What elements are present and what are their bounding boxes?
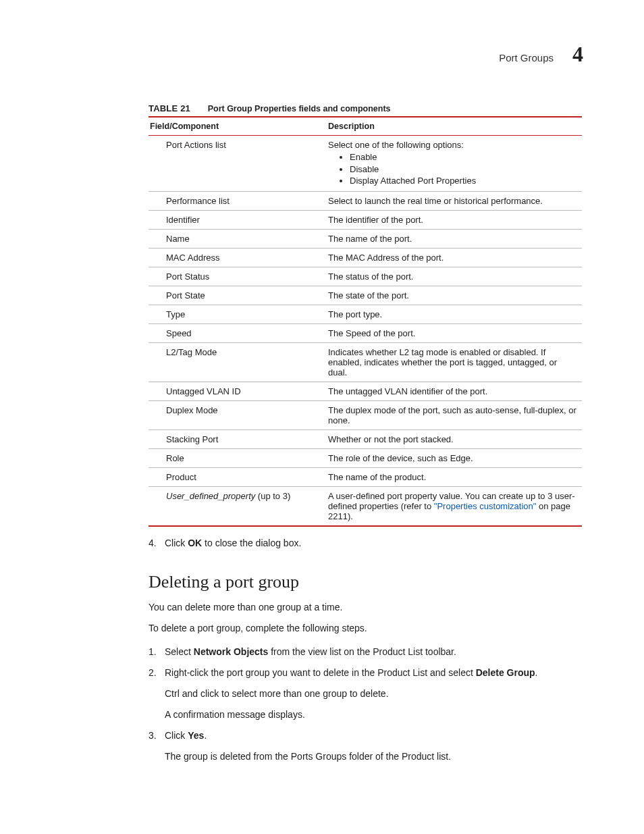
- description-cell: The identifier of the port.: [327, 210, 582, 229]
- option-item: Disable: [350, 163, 576, 176]
- table-row: SpeedThe Speed of the port.: [149, 323, 582, 342]
- table-row: User_defined_property (up to 3)A user-de…: [149, 486, 582, 526]
- table-row: RoleThe role of the device, such as Edge…: [149, 448, 582, 467]
- content-area: TABLE 21 Port Group Properties fields an…: [149, 103, 582, 764]
- table-caption: TABLE 21 Port Group Properties fields an…: [149, 103, 582, 113]
- step-body: Right-click the port group you want to d…: [165, 666, 538, 722]
- step-body: Click OK to close the dialog box.: [165, 536, 301, 550]
- description-cell: The Speed of the port.: [327, 323, 582, 342]
- description-cell: The state of the port.: [327, 286, 582, 305]
- chapter-number: 4: [572, 42, 583, 67]
- field-suffix: (up to 3): [255, 491, 290, 501]
- field-cell: User_defined_property (up to 3): [149, 486, 327, 526]
- step-text: Right-click the port group you want to d…: [165, 667, 476, 678]
- table-row: NameThe name of the port.: [149, 229, 582, 248]
- step-number: 3.: [149, 729, 165, 764]
- description-cell: A user-defined port property value. You …: [327, 486, 582, 526]
- page: Port Groups 4 TABLE 21 Port Group Proper…: [0, 0, 644, 764]
- step-number: 2.: [149, 666, 165, 722]
- description-cell: The MAC Address of the port.: [327, 248, 582, 267]
- description-cell: Indicates whether L2 tag mode is enabled…: [327, 342, 582, 382]
- table-header-description: Description: [327, 117, 582, 136]
- field-cell: Port Actions list: [149, 136, 327, 192]
- field-cell: Duplex Mode: [149, 400, 327, 429]
- ok-label: OK: [188, 538, 202, 548]
- field-cell: Performance list: [149, 191, 327, 210]
- field-cell: Port Status: [149, 267, 327, 286]
- step-bold-term: Delete Group: [476, 667, 535, 678]
- step-text: from the view list on the Product List t…: [268, 646, 456, 657]
- step-text-line: Click Yes.: [165, 729, 451, 743]
- field-name: User_defined_property: [166, 491, 255, 501]
- step-text: to close the dialog box.: [202, 538, 301, 548]
- field-cell: Identifier: [149, 210, 327, 229]
- description-cell: The role of the device, such as Edge.: [327, 448, 582, 467]
- table-row: Port Actions listSelect one of the follo…: [149, 136, 582, 192]
- table-row: L2/Tag ModeIndicates whether L2 tag mode…: [149, 342, 582, 382]
- description-cell: Whether or not the port stacked.: [327, 429, 582, 448]
- description-cell: The duplex mode of the port, such as aut…: [327, 400, 582, 429]
- step-bold-term: Network Objects: [194, 646, 268, 657]
- step-item: 3.Click Yes.The group is deleted from th…: [149, 729, 582, 764]
- properties-table: Field/Component Description Port Actions…: [149, 116, 582, 527]
- table-header-row: Field/Component Description: [149, 117, 582, 136]
- step-item: 2.Right-click the port group you want to…: [149, 666, 582, 722]
- section-intro: To delete a port group, complete the fol…: [149, 621, 582, 635]
- procedure-steps: 1.Select Network Objects from the view l…: [149, 645, 582, 764]
- description-cell: Select one of the following options:Enab…: [327, 136, 582, 192]
- step-body: Click Yes.The group is deleted from the …: [165, 729, 451, 764]
- step-item: 1.Select Network Objects from the view l…: [149, 645, 582, 659]
- field-cell: Role: [149, 448, 327, 467]
- step-body: Select Network Objects from the view lis…: [165, 645, 456, 659]
- step-text: .: [204, 730, 207, 741]
- option-list: EnableDisableDisplay Attached Port Prope…: [328, 151, 576, 187]
- table-row: IdentifierThe identifier of the port.: [149, 210, 582, 229]
- table-row: Duplex ModeThe duplex mode of the port, …: [149, 400, 582, 429]
- table-row: ProductThe name of the product.: [149, 467, 582, 486]
- field-cell: L2/Tag Mode: [149, 342, 327, 382]
- field-cell: Untagged VLAN ID: [149, 382, 327, 400]
- step-extra-text: Ctrl and click to select more than one g…: [165, 687, 538, 701]
- post-table-steps: 4. Click OK to close the dialog box.: [149, 536, 582, 550]
- table-row: Port StatusThe status of the port.: [149, 267, 582, 286]
- step-text: Select: [165, 646, 194, 657]
- step-text-line: Right-click the port group you want to d…: [165, 666, 538, 680]
- description-cell: The untagged VLAN identifier of the port…: [327, 382, 582, 400]
- table-row: Port StateThe state of the port.: [149, 286, 582, 305]
- table-row: TypeThe port type.: [149, 305, 582, 323]
- description-cell: The port type.: [327, 305, 582, 323]
- section-intro: You can delete more than one group at a …: [149, 600, 582, 615]
- description-cell: The name of the port.: [327, 229, 582, 248]
- field-cell: Port State: [149, 286, 327, 305]
- step-text: Click: [165, 730, 188, 741]
- table-row: Stacking PortWhether or not the port sta…: [149, 429, 582, 448]
- step-text: .: [535, 667, 538, 678]
- description-text: Select one of the following options:: [328, 140, 576, 150]
- step-number: 4.: [149, 536, 165, 550]
- step-bold-term: Yes: [188, 730, 204, 741]
- field-cell: MAC Address: [149, 248, 327, 267]
- step-item: 4. Click OK to close the dialog box.: [149, 536, 582, 550]
- field-cell: Name: [149, 229, 327, 248]
- table-title: Port Group Properties fields and compone…: [208, 104, 391, 113]
- table-row: Performance listSelect to launch the rea…: [149, 191, 582, 210]
- running-header: Port Groups 4: [61, 42, 583, 67]
- table-row: MAC AddressThe MAC Address of the port.: [149, 248, 582, 267]
- field-cell: Product: [149, 467, 327, 486]
- step-extra-text: The group is deleted from the Ports Grou…: [165, 750, 451, 764]
- step-extra-text: A confirmation message displays.: [165, 708, 538, 722]
- option-item: Display Attached Port Properties: [350, 175, 576, 187]
- step-text-line: Select Network Objects from the view lis…: [165, 645, 456, 659]
- table-label: TABLE 21: [149, 103, 190, 113]
- step-number: 1.: [149, 645, 165, 659]
- description-cell: Select to launch the real time or histor…: [327, 191, 582, 210]
- field-cell: Type: [149, 305, 327, 323]
- running-title: Port Groups: [499, 52, 554, 63]
- step-text: Click: [165, 538, 188, 548]
- section-heading: Deleting a port group: [149, 572, 582, 592]
- field-cell: Stacking Port: [149, 429, 327, 448]
- description-cell: The status of the port.: [327, 267, 582, 286]
- option-item: Enable: [350, 151, 576, 163]
- cross-reference-link[interactable]: "Properties customization": [434, 501, 537, 511]
- description-cell: The name of the product.: [327, 467, 582, 486]
